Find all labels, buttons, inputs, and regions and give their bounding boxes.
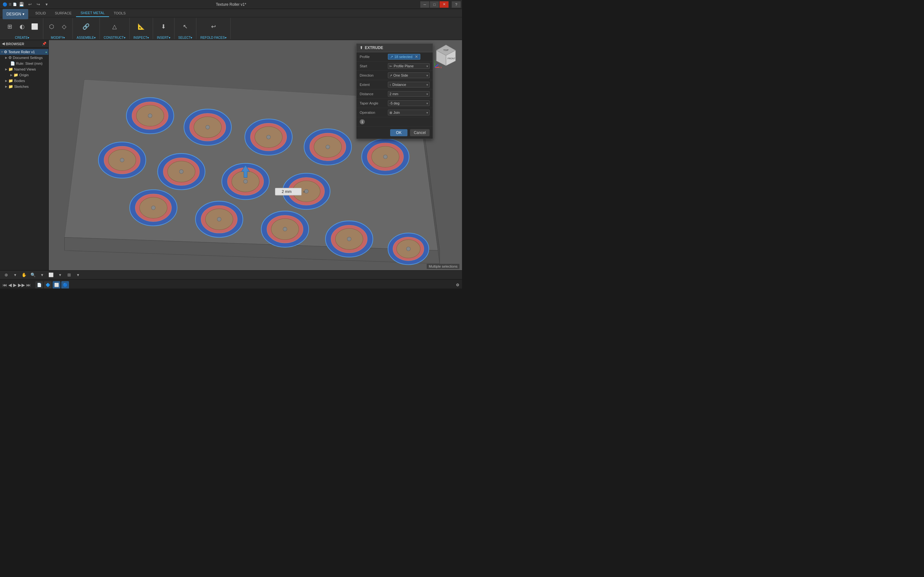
minimize-button[interactable]: ─ — [420, 1, 429, 8]
construct-group-label[interactable]: CONSTRUCT ▾ — [102, 35, 127, 40]
assemble-group-label[interactable]: ASSEMBLE ▾ — [75, 35, 97, 40]
svg-point-43 — [152, 206, 155, 210]
svg-point-18 — [326, 145, 330, 149]
window-title: Texture Roller v1* — [216, 2, 246, 7]
inspect-group-label[interactable]: INSPECT ▾ — [132, 35, 150, 40]
nav-cube[interactable]: TOP FRONT X Z — [433, 43, 459, 69]
timeline-icon-4[interactable]: 🔵 — [61, 281, 69, 289]
display-icon[interactable]: ⬜ — [47, 271, 55, 279]
start-dropdown[interactable]: ⊢ Profile Plane ▾ — [388, 63, 430, 69]
tree-arrow-origin: ▶ — [10, 73, 13, 77]
assemble-caret: ▾ — [94, 36, 95, 39]
construct-btn-1[interactable]: △ — [109, 19, 120, 35]
snap-caret[interactable]: ▾ — [11, 271, 19, 279]
pan-icon[interactable]: ✋ — [21, 271, 27, 279]
select-btn-1[interactable]: ↖ — [180, 19, 191, 35]
timeline-icon-1[interactable]: 📄 — [35, 281, 43, 289]
timeline-icon-2[interactable]: 🔷 — [44, 281, 52, 289]
browser-collapse-icon[interactable]: ◀ — [2, 42, 5, 46]
timeline-next-btn[interactable]: ▶▶ — [18, 282, 25, 287]
extent-dropdown[interactable]: ↕ Distance ▾ — [388, 82, 430, 87]
timeline-first-btn[interactable]: ⏮ — [3, 282, 7, 287]
tab-sheet-metal[interactable]: SHEET METAL — [76, 9, 109, 17]
menu-icon[interactable]: ☰ — [9, 3, 11, 6]
grid-caret[interactable]: ▾ — [74, 271, 81, 279]
cancel-button[interactable]: Cancel — [410, 129, 430, 136]
operation-label: Operation — [360, 111, 385, 114]
file-icon[interactable]: 📄 — [13, 3, 17, 6]
tree-item-named-views[interactable]: ▶ 📁 Named Views — [0, 66, 48, 72]
refold-icon-1: ↩ — [211, 23, 216, 30]
tab-solid[interactable]: SOLID — [31, 9, 50, 17]
ok-button[interactable]: OK — [390, 129, 407, 136]
modify-btn-1[interactable]: ⬡ — [46, 19, 57, 35]
insert-btn-1[interactable]: ⬇ — [158, 19, 170, 35]
direction-dropdown[interactable]: ↗ One Side ▾ — [388, 73, 430, 78]
timeline-play-btn[interactable]: ▶ — [13, 282, 17, 287]
extent-value: Distance — [393, 83, 426, 87]
tree-item-doc-settings[interactable]: ▶ ⚙ Document Settings — [0, 55, 48, 61]
save-icon[interactable]: 💾 — [18, 1, 25, 8]
display-caret[interactable]: ▾ — [57, 271, 63, 279]
direction-label: Direction — [360, 73, 385, 77]
insert-group-label[interactable]: INSERT ▾ — [156, 35, 172, 40]
assemble-icon-1: 🔗 — [82, 23, 89, 30]
modify-group-label[interactable]: MODIFY ▾ — [50, 35, 66, 40]
create-btn-1[interactable]: ⊞ — [4, 19, 15, 35]
panel-footer: OK Cancel — [357, 126, 433, 139]
svg-point-51 — [283, 227, 287, 231]
viewport[interactable]: 2 mm ▾ TOP FRONT X Z — [49, 40, 462, 270]
tree-item-origin[interactable]: ▶ 📁 Origin — [0, 72, 48, 78]
maximize-button[interactable]: □ — [430, 1, 439, 8]
create-group-label[interactable]: CREATE ▾ — [14, 35, 31, 40]
tree-item-bodies[interactable]: ▶ 📁 Bodies — [0, 78, 48, 84]
profile-badge[interactable]: ↗ 18 selected ✕ — [388, 54, 420, 60]
zoom-icon[interactable]: 🔍 — [29, 271, 37, 279]
operation-caret: ▾ — [426, 111, 428, 114]
distance-input[interactable]: 2 mm ▾ — [388, 91, 430, 97]
modify-btn-2[interactable]: ◇ — [58, 19, 70, 35]
refold-group-label[interactable]: REFOLD FACES ▾ — [199, 35, 228, 40]
select-icon-1: ↖ — [183, 23, 188, 30]
profile-value: 18 selected — [394, 55, 412, 59]
tab-surface[interactable]: SURFACE — [50, 9, 76, 17]
timeline-icon-3[interactable]: ⬜ — [53, 281, 60, 289]
panel-row-direction: Direction ↗ One Side ▾ — [357, 71, 433, 80]
more-icon[interactable]: ▾ — [43, 1, 50, 8]
snap-icon[interactable]: ⊕ — [3, 271, 10, 279]
zoom-caret[interactable]: ▾ — [39, 271, 45, 279]
create-btn-3[interactable]: ⬜ — [29, 19, 40, 35]
tab-tools[interactable]: TOOLS — [109, 9, 130, 17]
undo-icon[interactable]: ↩ — [26, 1, 33, 8]
redo-icon[interactable]: ↪ — [35, 1, 42, 8]
timeline-controls: ⏮ ◀ ▶ ▶▶ ⏭ — [3, 282, 31, 287]
help-button[interactable]: ? — [452, 1, 461, 8]
select-group-label[interactable]: SELECT ▾ — [177, 35, 194, 40]
taper-input[interactable]: -5 deg ▾ — [388, 100, 430, 106]
timeline-last-btn[interactable]: ⏭ — [26, 282, 31, 287]
info-icon[interactable]: ℹ — [360, 119, 365, 124]
profile-clear-btn[interactable]: ✕ — [415, 55, 418, 59]
inspect-btn-1[interactable]: 📐 — [136, 19, 147, 35]
browser-pin-icon[interactable]: 📌 — [42, 42, 47, 46]
settings-icon[interactable]: ⚙ — [456, 283, 459, 287]
tree-item-rule[interactable]: 📄 Rule: Steel (mm) — [0, 61, 48, 66]
grid-icon[interactable]: ⊞ — [65, 271, 73, 279]
taper-value: -5 deg — [389, 101, 426, 105]
create-btn-2[interactable]: ◐ — [16, 19, 28, 35]
tree-item-sketches[interactable]: ▶ 📁 Sketches — [0, 84, 48, 89]
assemble-btn-1[interactable]: 🔗 — [80, 19, 92, 35]
select-caret: ▾ — [191, 36, 192, 39]
tree-item-root[interactable]: ▾ ⚙ Texture Roller v1 ● — [0, 49, 48, 55]
construct-buttons: △ — [109, 19, 120, 35]
refold-btn-1[interactable]: ↩ — [208, 19, 219, 35]
main-layout: ◀ BROWSER 📌 ▾ ⚙ Texture Roller v1 ● ▶ ⚙ … — [0, 40, 462, 270]
operation-dropdown[interactable]: ⊞ Join ▾ — [388, 110, 430, 115]
timeline-prev-btn[interactable]: ◀ — [8, 282, 12, 287]
create-icon-1: ⊞ — [7, 23, 12, 30]
panel-row-profile: Profile ↗ 18 selected ✕ — [357, 52, 433, 61]
close-button[interactable]: ✕ — [439, 1, 449, 8]
tree-icon-bodies: 📁 — [8, 79, 13, 83]
tree-icon-root: ⚙ — [4, 50, 7, 54]
create-buttons: ⊞ ◐ ⬜ — [4, 19, 40, 35]
